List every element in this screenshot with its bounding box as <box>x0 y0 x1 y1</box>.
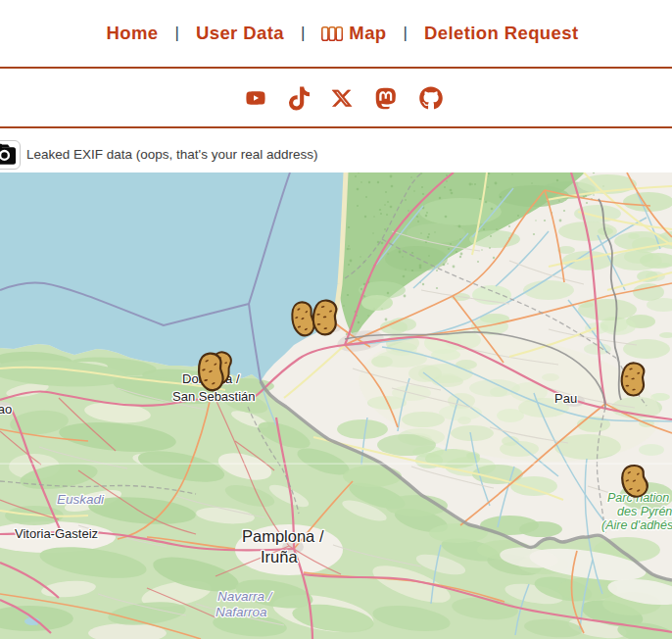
svg-text:Nafarroa: Nafarroa <box>216 605 267 619</box>
svg-text:Euskadi: Euskadi <box>57 492 105 507</box>
svg-text:Pau: Pau <box>554 391 577 406</box>
svg-text:Bilbao: Bilbao <box>0 402 12 417</box>
svg-text:Vitoria-Gasteiz: Vitoria-Gasteiz <box>15 526 98 541</box>
svg-text:des Pyréné: des Pyréné <box>617 505 672 518</box>
svg-text:(Aire d'adhés: (Aire d'adhés <box>601 518 672 532</box>
svg-text:Navarra /: Navarra / <box>217 589 273 604</box>
svg-text:Iruña: Iruña <box>261 548 298 565</box>
svg-text:Pamplona /: Pamplona / <box>242 527 324 545</box>
